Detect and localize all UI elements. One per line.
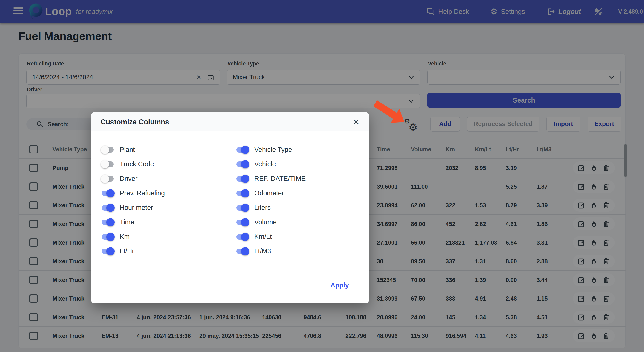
column-toggle-hour-meter[interactable]: Hour meter bbox=[102, 200, 230, 215]
toggle-thumb bbox=[241, 204, 249, 212]
modal-header: Customize Columns ✕ bbox=[92, 112, 369, 131]
toggle-switch[interactable] bbox=[102, 249, 114, 254]
column-toggle-vehicle-type[interactable]: Vehicle Type bbox=[236, 142, 365, 157]
toggle-column-left: PlantTruck CodeDriverPrev. RefuelingHour… bbox=[102, 142, 230, 258]
toggle-label: Vehicle Type bbox=[254, 146, 292, 153]
column-toggle-driver[interactable]: Driver bbox=[102, 171, 230, 186]
toggle-switch[interactable] bbox=[236, 234, 248, 240]
modal-footer-divider bbox=[92, 272, 369, 273]
toggle-switch[interactable] bbox=[102, 147, 114, 153]
toggle-thumb bbox=[101, 175, 109, 183]
modal-title: Customize Columns bbox=[100, 118, 169, 126]
toggle-label: Plant bbox=[120, 146, 135, 153]
column-toggle-km-lt[interactable]: Km/Lt bbox=[236, 229, 365, 244]
toggle-label: Hour meter bbox=[120, 204, 153, 211]
column-toggle-km[interactable]: Km bbox=[102, 229, 230, 244]
toggle-switch[interactable] bbox=[236, 191, 248, 196]
toggle-thumb bbox=[241, 247, 249, 255]
toggle-switch[interactable] bbox=[102, 191, 114, 196]
toggle-label: Vehicle bbox=[254, 160, 276, 168]
apply-button[interactable]: Apply bbox=[328, 279, 351, 292]
column-toggle-prev-refueling[interactable]: Prev. Refueling bbox=[102, 186, 230, 200]
toggle-switch[interactable] bbox=[236, 220, 248, 225]
toggle-switch[interactable] bbox=[236, 249, 248, 254]
toggle-thumb bbox=[106, 189, 114, 197]
toggle-thumb bbox=[106, 247, 114, 255]
toggle-thumb bbox=[101, 146, 109, 154]
toggle-switch[interactable] bbox=[102, 234, 114, 240]
toggle-thumb bbox=[241, 218, 249, 226]
column-toggle-volume[interactable]: Volume bbox=[236, 215, 365, 229]
toggle-switch[interactable] bbox=[236, 176, 248, 182]
toggle-label: Prev. Refueling bbox=[120, 189, 165, 197]
toggle-thumb bbox=[101, 160, 109, 168]
toggle-switch[interactable] bbox=[102, 176, 114, 182]
toggle-thumb bbox=[106, 233, 114, 241]
toggle-column-right: Vehicle TypeVehicleREF. DATE/TIMEOdomete… bbox=[236, 142, 365, 258]
column-toggle-plant[interactable]: Plant bbox=[102, 142, 230, 157]
toggle-label: Volume bbox=[254, 218, 277, 226]
toggle-thumb bbox=[241, 146, 249, 154]
toggle-label: Truck Code bbox=[120, 160, 154, 168]
toggle-switch[interactable] bbox=[236, 147, 248, 153]
toggle-label: REF. DATE/TIME bbox=[254, 175, 306, 182]
toggle-switch[interactable] bbox=[236, 161, 248, 167]
toggle-label: Km bbox=[120, 233, 130, 240]
toggle-thumb bbox=[241, 175, 249, 183]
toggle-switch[interactable] bbox=[102, 220, 114, 225]
toggle-label: Liters bbox=[254, 204, 271, 211]
column-toggle-lt-hr[interactable]: Lt/Hr bbox=[102, 244, 230, 258]
toggle-label: Odometer bbox=[254, 189, 284, 197]
toggle-switch[interactable] bbox=[236, 205, 248, 211]
toggle-thumb bbox=[241, 233, 249, 241]
column-toggle-odometer[interactable]: Odometer bbox=[236, 186, 365, 200]
column-toggle-truck-code[interactable]: Truck Code bbox=[102, 157, 230, 171]
column-toggle-time[interactable]: Time bbox=[102, 215, 230, 229]
column-toggle-vehicle[interactable]: Vehicle bbox=[236, 157, 365, 171]
toggle-thumb bbox=[106, 204, 114, 212]
toggle-label: Lt/Hr bbox=[120, 247, 134, 255]
toggle-thumb bbox=[241, 189, 249, 197]
toggle-thumb bbox=[241, 160, 249, 168]
toggle-label: Driver bbox=[120, 175, 138, 182]
toggle-thumb bbox=[106, 218, 114, 226]
column-toggle-ref-date-time[interactable]: REF. DATE/TIME bbox=[236, 171, 365, 186]
column-toggle-lt-m3[interactable]: Lt/M3 bbox=[236, 244, 365, 258]
customize-columns-modal: Customize Columns ✕ PlantTruck CodeDrive… bbox=[92, 112, 369, 303]
column-toggle-liters[interactable]: Liters bbox=[236, 200, 365, 215]
toggle-switch[interactable] bbox=[102, 205, 114, 211]
toggle-switch[interactable] bbox=[102, 161, 114, 167]
toggle-label: Km/Lt bbox=[254, 233, 272, 240]
toggle-label: Lt/M3 bbox=[254, 247, 271, 255]
close-icon[interactable]: ✕ bbox=[353, 118, 360, 127]
toggle-label: Time bbox=[120, 218, 134, 226]
